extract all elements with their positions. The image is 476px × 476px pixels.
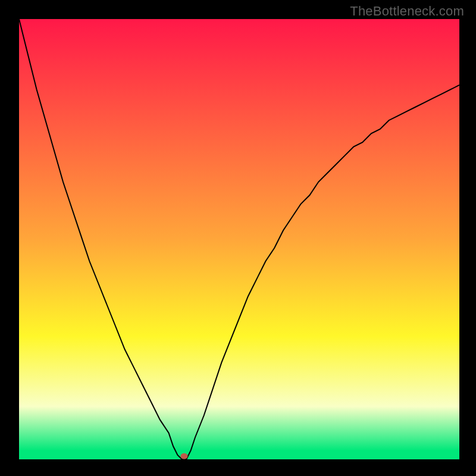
gradient-bg (19, 19, 459, 459)
optimal-point-marker (181, 453, 188, 459)
watermark-text: TheBottleneck.com (350, 4, 464, 19)
bottleneck-chart (19, 19, 459, 459)
plot-area (19, 19, 459, 459)
chart-frame: TheBottleneck.com (0, 0, 476, 476)
